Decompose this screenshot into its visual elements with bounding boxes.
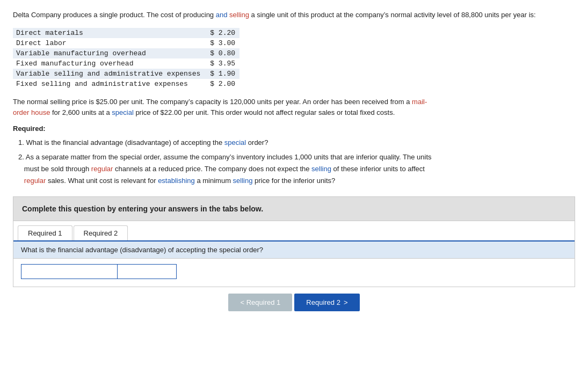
cost-label: Fixed selling and administrative expense… <box>13 79 207 89</box>
question-text: What is the financial advantage (disadva… <box>21 246 263 254</box>
highlight-regular: regular <box>91 165 113 173</box>
cost-table: Direct materials $ 2.20 Direct labor $ 3… <box>13 28 239 89</box>
highlight-order: order house <box>13 108 50 116</box>
cost-value: $ 2.20 <box>207 28 239 38</box>
table-row: Direct labor $ 3.00 <box>13 38 239 48</box>
list-item: 1. What is the financial advantage (disa… <box>18 137 575 149</box>
prev-label: < Required 1 <box>240 298 280 306</box>
highlight-selling3: selling <box>233 177 253 185</box>
required-list: 1. What is the financial advantage (disa… <box>18 137 575 186</box>
required-label: Required: <box>13 125 575 133</box>
highlight-special: special <box>112 108 133 116</box>
tab-required-2[interactable]: Required 2 <box>74 225 128 240</box>
table-row: Variable selling and administrative expe… <box>13 69 239 79</box>
answer-input-left[interactable] <box>21 264 118 279</box>
answer-input-right[interactable] <box>118 264 177 279</box>
table-row: Variable manufacturing overhead $ 0.80 <box>13 48 239 58</box>
cost-value: $ 0.80 <box>207 48 239 58</box>
complete-box-text: Complete this question by entering your … <box>22 204 263 213</box>
cost-value: $ 1.90 <box>207 69 239 79</box>
cost-value: $ 3.95 <box>207 58 239 69</box>
next-button[interactable]: Required 2 > <box>294 294 359 311</box>
cost-label: Fixed manufacturing overhead <box>13 58 207 69</box>
cost-label: Direct materials <box>13 28 207 38</box>
page-container: Delta Company produces a single product.… <box>13 10 575 317</box>
tab-required-1[interactable]: Required 1 <box>18 225 72 240</box>
complete-box: Complete this question by entering your … <box>13 196 575 221</box>
table-row: Fixed manufacturing overhead $ 3.95 <box>13 58 239 69</box>
highlight-selling: selling <box>229 11 249 19</box>
prev-button[interactable]: < Required 1 <box>228 294 292 311</box>
tabs-section: Required 1 Required 2 What is the financ… <box>13 221 575 287</box>
highlight-special2: special <box>224 138 246 147</box>
highlight-selling2: selling <box>311 165 331 173</box>
body-paragraph: The normal selling price is $25.00 per u… <box>13 97 575 118</box>
chevron-right-icon: > <box>344 298 348 306</box>
list-item: 2. As a separate matter from the special… <box>18 151 575 187</box>
highlight-regular2: regular <box>24 177 46 185</box>
question-banner: What is the financial advantage (disadva… <box>13 241 575 259</box>
cost-label: Variable selling and administrative expe… <box>13 69 207 79</box>
highlight-and: and <box>216 11 228 19</box>
highlight-mail: mail- <box>412 98 427 106</box>
cost-label: Direct labor <box>13 38 207 48</box>
nav-buttons: < Required 1 Required 2 > <box>13 287 575 317</box>
table-row: Direct materials $ 2.20 <box>13 28 239 38</box>
cost-label: Variable manufacturing overhead <box>13 48 207 58</box>
table-row: Fixed selling and administrative expense… <box>13 79 239 89</box>
cost-value: $ 2.00 <box>207 79 239 89</box>
answer-row <box>13 259 575 287</box>
tabs-bar: Required 1 Required 2 <box>13 221 575 241</box>
next-label: Required 2 <box>306 298 340 306</box>
cost-value: $ 3.00 <box>207 38 239 48</box>
intro-paragraph: Delta Company produces a single product.… <box>13 10 575 20</box>
highlight-establishing: establishing <box>158 177 195 185</box>
